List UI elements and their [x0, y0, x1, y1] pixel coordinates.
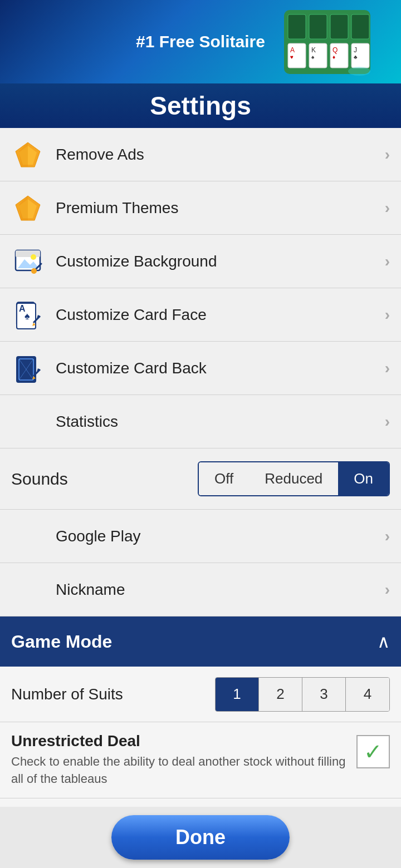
game-mode-header[interactable]: Game Mode ∧: [0, 617, 401, 667]
background-icon: [11, 245, 45, 278]
diamond-icon-premium: [11, 191, 45, 225]
game-mode-section: Game Mode ∧ Number of Suits 1 2 3 4 Unre…: [0, 617, 401, 832]
svg-text:Q: Q: [332, 46, 338, 54]
svg-rect-25: [16, 250, 40, 257]
menu-item-remove-ads[interactable]: Remove Ads ›: [0, 128, 401, 181]
unrestricted-deal-text: Unrestricted Deal Check to enable the ab…: [11, 732, 348, 788]
suits-buttons: 1 2 3 4: [215, 677, 390, 712]
diamond-icon-remove-ads: [11, 138, 45, 171]
settings-header: Settings: [0, 83, 401, 128]
svg-text:♣: ♣: [354, 54, 358, 60]
suits-row: Number of Suits 1 2 3 4: [0, 667, 401, 722]
ad-banner[interactable]: #1 Free Solitaire A ♥ K ♠ Q ♦ J ♣: [0, 0, 401, 83]
svg-text:J: J: [354, 46, 357, 54]
sounds-off-button[interactable]: Off: [199, 462, 249, 495]
customize-card-back-chevron: ›: [385, 359, 390, 377]
remove-ads-chevron: ›: [385, 146, 390, 164]
unrestricted-deal-desc: Check to enable the ability to deal anot…: [11, 753, 348, 788]
svg-text:♠: ♠: [311, 54, 315, 60]
sounds-toggle: Off Reduced On: [198, 461, 390, 496]
svg-rect-3: [330, 14, 348, 39]
card-back-icon: [11, 352, 45, 385]
game-mode-title: Game Mode: [11, 632, 377, 652]
sounds-row: Sounds Off Reduced On: [0, 448, 401, 510]
svg-text:♥: ♥: [290, 54, 294, 60]
done-container: Done: [0, 807, 401, 868]
svg-text:♠: ♠: [25, 310, 30, 322]
premium-themes-label: Premium Themes: [56, 199, 385, 217]
svg-rect-4: [351, 14, 369, 39]
unrestricted-deal-row: Unrestricted Deal Check to enable the ab…: [0, 722, 401, 798]
svg-text:K: K: [311, 46, 316, 54]
nickname-icon: [11, 573, 45, 606]
statistics-label: Statistics: [56, 413, 385, 431]
suit-btn-3[interactable]: 3: [302, 678, 346, 711]
nickname-chevron: ›: [385, 581, 390, 599]
suit-btn-4[interactable]: 4: [346, 678, 389, 711]
svg-rect-2: [309, 14, 327, 39]
sounds-reduced-button[interactable]: Reduced: [249, 462, 338, 495]
svg-rect-1: [288, 14, 306, 39]
google-play-icon: [11, 520, 45, 553]
ad-card-image: A ♥ K ♠ Q ♦ J ♣: [281, 4, 373, 77]
sounds-label: Sounds: [11, 470, 198, 489]
menu-item-customize-background[interactable]: Customize Background ›: [0, 235, 401, 288]
menu-item-customize-card-face[interactable]: A ♠ Customize Card Face ›: [0, 288, 401, 342]
ad-text: #1 Free Solitaire: [136, 32, 265, 51]
menu-list: Remove Ads › Premium Themes ›: [0, 128, 401, 617]
suits-label: Number of Suits: [11, 685, 215, 703]
done-button[interactable]: Done: [111, 815, 290, 860]
svg-text:A: A: [290, 46, 295, 54]
menu-item-customize-card-back[interactable]: Customize Card Back ›: [0, 342, 401, 395]
premium-themes-chevron: ›: [385, 199, 390, 217]
nickname-label: Nickname: [56, 581, 385, 599]
svg-text:♦: ♦: [332, 54, 335, 60]
suit-btn-2[interactable]: 2: [259, 678, 302, 711]
unrestricted-deal-checkbox[interactable]: ✓: [356, 735, 390, 768]
customize-card-face-chevron: ›: [385, 306, 390, 324]
sounds-on-button[interactable]: On: [338, 462, 389, 495]
unrestricted-deal-title: Unrestricted Deal: [11, 732, 348, 750]
suit-btn-1[interactable]: 1: [216, 678, 259, 711]
svg-point-27: [31, 254, 36, 260]
svg-point-17: [348, 67, 370, 76]
game-mode-collapse-icon: ∧: [377, 631, 390, 652]
page-title: Settings: [150, 91, 251, 121]
menu-item-google-play[interactable]: Google Play ›: [0, 510, 401, 563]
customize-background-chevron: ›: [385, 253, 390, 270]
menu-item-nickname[interactable]: Nickname ›: [0, 563, 401, 617]
menu-item-premium-themes[interactable]: Premium Themes ›: [0, 181, 401, 235]
statistics-chevron: ›: [385, 413, 390, 431]
google-play-label: Google Play: [56, 527, 385, 545]
customize-card-face-label: Customize Card Face: [56, 306, 385, 324]
customize-card-back-label: Customize Card Back: [56, 359, 385, 377]
statistics-icon: [11, 405, 45, 438]
google-play-chevron: ›: [385, 527, 390, 545]
menu-item-statistics[interactable]: Statistics ›: [0, 395, 401, 448]
check-icon: ✓: [364, 741, 383, 763]
card-face-icon: A ♠: [11, 298, 45, 332]
customize-background-label: Customize Background: [56, 253, 385, 270]
remove-ads-label: Remove Ads: [56, 146, 385, 164]
